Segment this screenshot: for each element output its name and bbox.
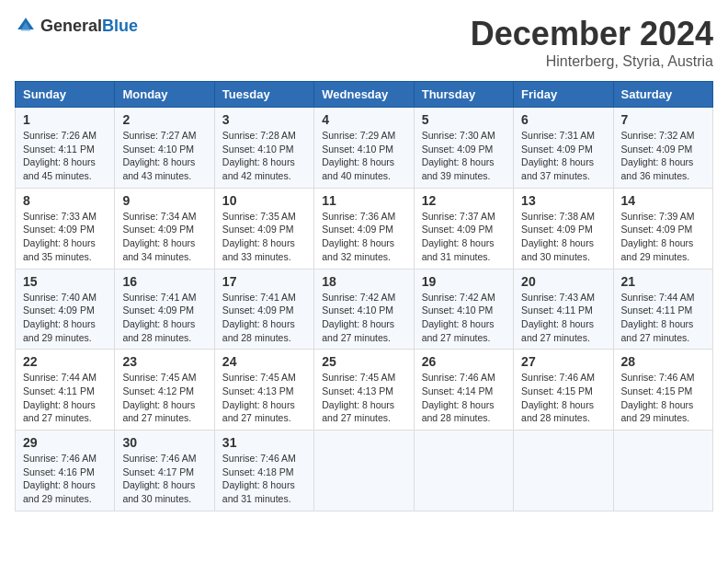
header-monday: Monday: [115, 82, 214, 108]
calendar-row-5: 29 Sunrise: 7:46 AMSunset: 4:16 PMDaylig…: [16, 431, 713, 511]
table-row: 16 Sunrise: 7:41 AMSunset: 4:09 PMDaylig…: [115, 269, 214, 350]
day-number: 1: [23, 112, 107, 127]
day-info: Sunrise: 7:46 AMSunset: 4:14 PMDaylight:…: [422, 371, 506, 425]
logo: GeneralBlue: [15, 15, 138, 37]
table-row: 14 Sunrise: 7:39 AMSunset: 4:09 PMDaylig…: [613, 188, 712, 269]
day-number: 29: [23, 435, 107, 450]
table-row: 18 Sunrise: 7:42 AMSunset: 4:10 PMDaylig…: [314, 269, 414, 350]
table-row: 7 Sunrise: 7:32 AMSunset: 4:09 PMDayligh…: [613, 108, 712, 189]
header-wednesday: Wednesday: [314, 82, 414, 108]
table-row: 5 Sunrise: 7:30 AMSunset: 4:09 PMDayligh…: [414, 108, 513, 189]
table-row: 22 Sunrise: 7:44 AMSunset: 4:11 PMDaylig…: [16, 350, 115, 431]
table-row: [314, 431, 414, 511]
day-info: Sunrise: 7:34 AMSunset: 4:09 PMDaylight:…: [122, 210, 206, 264]
day-info: Sunrise: 7:44 AMSunset: 4:11 PMDaylight:…: [23, 371, 107, 425]
day-info: Sunrise: 7:46 AMSunset: 4:17 PMDaylight:…: [122, 452, 206, 506]
day-info: Sunrise: 7:39 AMSunset: 4:09 PMDaylight:…: [621, 210, 705, 264]
day-number: 7: [621, 112, 705, 127]
day-number: 27: [521, 354, 605, 369]
table-row: 31 Sunrise: 7:46 AMSunset: 4:18 PMDaylig…: [214, 431, 313, 511]
table-row: 17 Sunrise: 7:41 AMSunset: 4:09 PMDaylig…: [214, 269, 313, 350]
logo-text: GeneralBlue: [40, 17, 138, 36]
table-row: 4 Sunrise: 7:29 AMSunset: 4:10 PMDayligh…: [314, 108, 414, 189]
day-info: Sunrise: 7:35 AMSunset: 4:09 PMDaylight:…: [222, 210, 306, 264]
day-number: 15: [23, 274, 107, 289]
day-info: Sunrise: 7:43 AMSunset: 4:11 PMDaylight:…: [521, 291, 605, 345]
table-row: 1 Sunrise: 7:26 AMSunset: 4:11 PMDayligh…: [16, 108, 115, 189]
table-row: 11 Sunrise: 7:36 AMSunset: 4:09 PMDaylig…: [314, 188, 414, 269]
day-number: 13: [521, 193, 605, 208]
day-number: 31: [222, 435, 306, 450]
day-number: 26: [422, 354, 506, 369]
table-row: 20 Sunrise: 7:43 AMSunset: 4:11 PMDaylig…: [514, 269, 613, 350]
day-number: 23: [122, 354, 206, 369]
table-row: 13 Sunrise: 7:38 AMSunset: 4:09 PMDaylig…: [514, 188, 613, 269]
table-row: 8 Sunrise: 7:33 AMSunset: 4:09 PMDayligh…: [16, 188, 115, 269]
table-row: 28 Sunrise: 7:46 AMSunset: 4:15 PMDaylig…: [613, 350, 712, 431]
calendar-row-2: 8 Sunrise: 7:33 AMSunset: 4:09 PMDayligh…: [16, 188, 713, 269]
table-row: 2 Sunrise: 7:27 AMSunset: 4:10 PMDayligh…: [115, 108, 214, 189]
day-number: 9: [122, 193, 206, 208]
table-row: 25 Sunrise: 7:45 AMSunset: 4:13 PMDaylig…: [314, 350, 414, 431]
day-info: Sunrise: 7:28 AMSunset: 4:10 PMDaylight:…: [222, 129, 306, 183]
table-row: [514, 431, 613, 511]
day-info: Sunrise: 7:27 AMSunset: 4:10 PMDaylight:…: [122, 129, 206, 183]
day-info: Sunrise: 7:38 AMSunset: 4:09 PMDaylight:…: [521, 210, 605, 264]
day-info: Sunrise: 7:45 AMSunset: 4:13 PMDaylight:…: [222, 371, 306, 425]
location-title: Hinterberg, Styria, Austria: [471, 53, 713, 70]
page-header: GeneralBlue December 2024 Hinterberg, St…: [15, 15, 713, 70]
day-number: 22: [23, 354, 107, 369]
header-saturday: Saturday: [613, 82, 712, 108]
day-number: 11: [322, 193, 405, 208]
days-header-row: Sunday Monday Tuesday Wednesday Thursday…: [16, 82, 713, 108]
table-row: 24 Sunrise: 7:45 AMSunset: 4:13 PMDaylig…: [214, 350, 313, 431]
table-row: [613, 431, 712, 511]
day-number: 20: [521, 274, 605, 289]
day-info: Sunrise: 7:36 AMSunset: 4:09 PMDaylight:…: [322, 210, 405, 264]
header-sunday: Sunday: [16, 82, 115, 108]
logo-blue: Blue: [102, 17, 138, 35]
table-row: 10 Sunrise: 7:35 AMSunset: 4:09 PMDaylig…: [214, 188, 313, 269]
day-number: 19: [422, 274, 506, 289]
calendar-table: Sunday Monday Tuesday Wednesday Thursday…: [15, 81, 713, 511]
table-row: 6 Sunrise: 7:31 AMSunset: 4:09 PMDayligh…: [514, 108, 613, 189]
day-info: Sunrise: 7:41 AMSunset: 4:09 PMDaylight:…: [122, 291, 206, 345]
day-info: Sunrise: 7:46 AMSunset: 4:18 PMDaylight:…: [222, 452, 306, 506]
day-number: 17: [222, 274, 306, 289]
day-number: 3: [222, 112, 306, 127]
day-info: Sunrise: 7:31 AMSunset: 4:09 PMDaylight:…: [521, 129, 605, 183]
day-info: Sunrise: 7:40 AMSunset: 4:09 PMDaylight:…: [23, 291, 107, 345]
table-row: 23 Sunrise: 7:45 AMSunset: 4:12 PMDaylig…: [115, 350, 214, 431]
month-title: December 2024: [471, 15, 713, 53]
day-number: 12: [422, 193, 506, 208]
day-number: 25: [322, 354, 405, 369]
day-number: 24: [222, 354, 306, 369]
table-row: 27 Sunrise: 7:46 AMSunset: 4:15 PMDaylig…: [514, 350, 613, 431]
table-row: 19 Sunrise: 7:42 AMSunset: 4:10 PMDaylig…: [414, 269, 513, 350]
day-info: Sunrise: 7:45 AMSunset: 4:13 PMDaylight:…: [322, 371, 405, 425]
table-row: 21 Sunrise: 7:44 AMSunset: 4:11 PMDaylig…: [613, 269, 712, 350]
day-number: 14: [621, 193, 705, 208]
day-number: 6: [521, 112, 605, 127]
header-friday: Friday: [514, 82, 613, 108]
day-info: Sunrise: 7:42 AMSunset: 4:10 PMDaylight:…: [422, 291, 506, 345]
day-number: 5: [422, 112, 506, 127]
header-thursday: Thursday: [414, 82, 513, 108]
day-info: Sunrise: 7:45 AMSunset: 4:12 PMDaylight:…: [122, 371, 206, 425]
day-number: 8: [23, 193, 107, 208]
table-row: 15 Sunrise: 7:40 AMSunset: 4:09 PMDaylig…: [16, 269, 115, 350]
table-row: [414, 431, 513, 511]
day-number: 2: [122, 112, 206, 127]
table-row: 9 Sunrise: 7:34 AMSunset: 4:09 PMDayligh…: [115, 188, 214, 269]
day-number: 4: [322, 112, 405, 127]
calendar-row-1: 1 Sunrise: 7:26 AMSunset: 4:11 PMDayligh…: [16, 108, 713, 189]
day-info: Sunrise: 7:46 AMSunset: 4:15 PMDaylight:…: [521, 371, 605, 425]
day-info: Sunrise: 7:37 AMSunset: 4:09 PMDaylight:…: [422, 210, 506, 264]
day-info: Sunrise: 7:44 AMSunset: 4:11 PMDaylight:…: [621, 291, 705, 345]
logo-icon: [15, 15, 37, 37]
table-row: 3 Sunrise: 7:28 AMSunset: 4:10 PMDayligh…: [214, 108, 313, 189]
day-number: 18: [322, 274, 405, 289]
logo-general: General: [40, 17, 102, 35]
table-row: 30 Sunrise: 7:46 AMSunset: 4:17 PMDaylig…: [115, 431, 214, 511]
day-info: Sunrise: 7:46 AMSunset: 4:16 PMDaylight:…: [23, 452, 107, 506]
